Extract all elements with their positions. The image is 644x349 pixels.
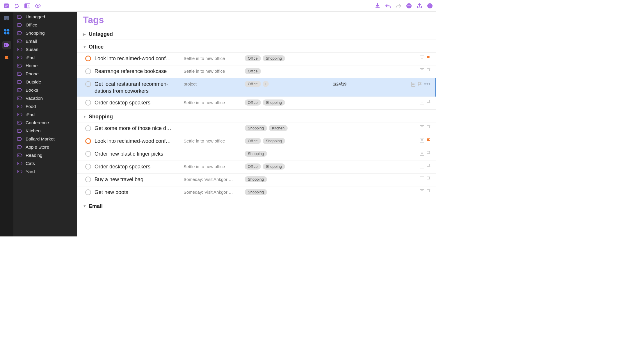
sidebar-item-home[interactable]: Home — [13, 62, 77, 70]
section-header-untagged[interactable]: ▶Untagged — [77, 27, 436, 40]
sidebar-item-books[interactable]: Books — [13, 86, 77, 94]
note-icon[interactable] — [420, 100, 424, 104]
task-checkbox[interactable] — [85, 138, 91, 144]
sidebar-item-yard[interactable]: Yard — [13, 168, 77, 176]
rail-flagged[interactable] — [2, 54, 11, 63]
tag-pill[interactable]: Shopping — [263, 99, 285, 106]
flag-icon[interactable] — [426, 125, 430, 130]
note-icon[interactable] — [420, 68, 424, 73]
flag-icon[interactable] — [426, 164, 430, 168]
sidebar-toggle-icon[interactable] — [24, 3, 30, 9]
sidebar-item-reading[interactable]: Reading — [13, 151, 77, 159]
note-icon[interactable] — [420, 164, 424, 168]
flag-icon[interactable] — [426, 151, 430, 156]
task-row[interactable]: Rearrange reference bookcaseSettle in to… — [77, 65, 436, 78]
tag-pill[interactable]: Office — [245, 68, 261, 74]
task-checkbox[interactable] — [85, 164, 91, 170]
share-icon[interactable] — [417, 3, 422, 9]
flag-icon[interactable] — [426, 138, 430, 143]
more-icon[interactable]: ••• — [424, 81, 430, 87]
tag-pill[interactable]: Shopping — [245, 176, 267, 182]
tag-pill[interactable]: Office — [245, 163, 261, 170]
note-icon[interactable] — [420, 125, 424, 130]
sidebar-item-food[interactable]: Food — [13, 102, 77, 111]
task-row[interactable]: Look into reclaimed-wood conf…Settle in … — [77, 52, 436, 65]
cleanup-icon[interactable] — [375, 3, 380, 9]
sidebar-item-shopping[interactable]: Shopping — [13, 29, 77, 37]
tag-pill[interactable]: Office — [245, 138, 261, 144]
flag-icon[interactable] — [426, 100, 430, 104]
sidebar-item-ipad[interactable]: iPad — [13, 54, 77, 62]
task-row[interactable]: Buy a new travel bagSomeday: Visit Ankgo… — [77, 173, 436, 186]
tag-pill[interactable]: Shopping — [245, 151, 267, 157]
add-tag-button[interactable]: + — [263, 81, 269, 87]
sidebar-item-untagged[interactable]: Untagged — [13, 13, 77, 21]
flag-icon[interactable] — [426, 68, 430, 73]
flag-icon[interactable] — [426, 189, 430, 194]
info-icon[interactable] — [427, 3, 433, 9]
tag-pill[interactable]: Kitchen — [269, 125, 288, 131]
redo-icon[interactable] — [396, 3, 401, 9]
task-checkbox[interactable] — [85, 125, 91, 131]
task-row[interactable]: Get some more of those nice d…ShoppingKi… — [77, 122, 436, 135]
task-row[interactable]: Get local restaurant recommen-dations fr… — [77, 78, 436, 97]
sidebar-item-ballard-market[interactable]: Ballard Market — [13, 135, 77, 143]
tag-pill[interactable]: Office — [245, 55, 261, 61]
rail-tags[interactable] — [2, 41, 11, 49]
task-checkbox[interactable] — [85, 151, 91, 157]
note-icon[interactable] — [420, 177, 424, 181]
sidebar-item-apple-store[interactable]: Apple Store — [13, 143, 77, 151]
tag-pill[interactable]: Office — [245, 81, 261, 87]
sidebar-item-kitchen[interactable]: Kitchen — [13, 127, 77, 135]
sidebar-item-phone[interactable]: Phone — [13, 70, 77, 78]
section-header-shopping[interactable]: ▼Shopping — [77, 109, 436, 122]
note-icon[interactable] — [420, 138, 424, 143]
tag-pill[interactable]: Shopping — [263, 163, 285, 170]
task-checkbox[interactable] — [85, 68, 91, 74]
tag-icon — [17, 112, 23, 117]
section-header-office[interactable]: ▼Office — [77, 40, 436, 52]
tag-pill[interactable]: Office — [245, 99, 261, 106]
tag-pill[interactable]: Shopping — [263, 55, 285, 61]
eye-icon[interactable] — [35, 3, 41, 9]
tag-pill[interactable]: Shopping — [245, 125, 267, 131]
flag-icon[interactable] — [426, 56, 430, 60]
task-project: Someday: Visit Ankgor … — [184, 188, 245, 195]
sidebar-item-vacation[interactable]: Vacation — [13, 94, 77, 102]
sidebar-item-ipad[interactable]: iPad — [13, 111, 77, 119]
section-title: Shopping — [89, 114, 113, 120]
tag-pill[interactable]: Shopping — [245, 189, 267, 195]
sidebar-item-conference[interactable]: Conference — [13, 119, 77, 127]
check-icon[interactable] — [3, 3, 9, 9]
note-icon[interactable] — [420, 151, 424, 156]
note-icon[interactable] — [420, 189, 424, 194]
task-tags: ShoppingKitchen — [245, 124, 323, 131]
sidebar-item-office[interactable]: Office — [13, 21, 77, 29]
task-checkbox[interactable] — [85, 100, 91, 106]
undo-icon[interactable] — [385, 3, 391, 9]
flag-icon[interactable] — [418, 82, 422, 87]
section-header-email[interactable]: ▼Email — [77, 199, 436, 212]
rail-forecast[interactable] — [2, 27, 11, 36]
add-icon[interactable] — [406, 3, 412, 9]
task-row[interactable]: Get new bootsSomeday: Visit Ankgor …Shop… — [77, 186, 436, 199]
sidebar-item-outside[interactable]: Outside — [13, 78, 77, 86]
task-checkbox[interactable] — [85, 189, 91, 195]
task-checkbox[interactable] — [85, 177, 91, 182]
sync-icon[interactable] — [14, 3, 20, 9]
tag-pill[interactable]: Shopping — [263, 138, 285, 144]
task-row[interactable]: Look into reclaimed-wood conf…Settle in … — [77, 135, 436, 148]
sidebar-item-susan[interactable]: Susan — [13, 45, 77, 54]
task-row[interactable]: Order desktop speakersSettle in to new o… — [77, 97, 436, 109]
task-date — [323, 67, 346, 69]
sidebar-item-cats[interactable]: Cats — [13, 159, 77, 168]
sidebar-item-email[interactable]: Email — [13, 37, 77, 45]
note-icon[interactable] — [411, 82, 415, 87]
flag-icon[interactable] — [426, 177, 430, 181]
rail-inbox[interactable] — [2, 14, 11, 23]
task-checkbox[interactable] — [85, 56, 91, 61]
task-row[interactable]: Order desktop speakersSettle in to new o… — [77, 161, 436, 173]
task-checkbox[interactable] — [85, 81, 91, 87]
task-row[interactable]: Order new plastic finger picksShopping — [77, 148, 436, 161]
note-icon[interactable] — [420, 56, 424, 60]
